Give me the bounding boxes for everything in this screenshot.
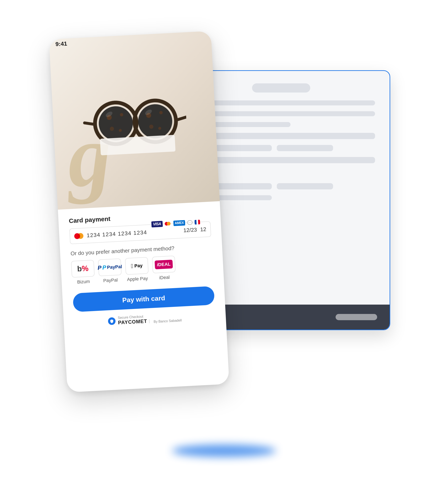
card-cvv-input[interactable]: 12 [200, 226, 206, 233]
paypal-logo: P P PayPal [97, 263, 122, 271]
paycomet-branding: Secure Checkout PAYCOMET | By Banco Saba… [118, 313, 182, 326]
apple-pay-text: Pay [134, 263, 143, 269]
paypal-icon-box: P P PayPal [98, 259, 121, 276]
ideal-icon: iDEAL [155, 260, 173, 270]
mastercard-logo [165, 221, 171, 226]
card-number-input[interactable]: 1234 1234 1234 1234 [86, 227, 180, 239]
skeleton-quarter-2 [277, 183, 333, 189]
amex-logo: AMEX [173, 220, 185, 226]
skeleton-line-2 [187, 111, 375, 116]
applepay-label: Apple Pay [127, 276, 148, 282]
status-bar: 9:41 [49, 31, 212, 50]
card-brand-icon [74, 233, 84, 239]
svg-line-5 [176, 116, 188, 120]
card-payment-header: Card payment VISA AMEX [69, 210, 210, 224]
shield-icon [108, 317, 116, 325]
visa-logo: VISA [151, 221, 163, 227]
ideal-icon-box: iDEAL [152, 256, 176, 273]
secure-checkout: Secure Checkout PAYCOMET | By Banco Saba… [74, 311, 216, 328]
mobile-phone: g [49, 31, 230, 392]
bizum-icon: b% [77, 264, 88, 273]
skeleton-header-bar [252, 83, 310, 93]
svg-point-1 [98, 105, 133, 141]
banco-label: By Banco Sabadell [154, 319, 182, 324]
paypal-p-icon: P [97, 264, 102, 271]
home-indicator [336, 314, 377, 320]
jcb-logo [194, 220, 200, 224]
applepay-icon-box:  Pay [125, 257, 149, 275]
blue-shadow-ellipse [172, 445, 276, 457]
paypal-label: PayPal [103, 277, 118, 284]
diners-logo [187, 220, 193, 225]
ideal-label: iDeal [159, 275, 170, 281]
skeleton-line-1 [187, 100, 375, 105]
payment-section: Card payment VISA AMEX 123 [58, 201, 227, 337]
paypal-name-text: PayPal [107, 264, 122, 270]
scene: g [58, 29, 390, 465]
svg-point-3 [137, 103, 173, 139]
apple-pay-logo:  Pay [131, 262, 143, 270]
bizum-button[interactable]: b% Bizum [71, 260, 95, 285]
applepay-button[interactable]:  Pay Apple Pay [125, 257, 149, 282]
pay-with-card-button[interactable]: Pay with card [73, 286, 215, 312]
card-expiry-input[interactable]: 12/23 [183, 227, 197, 234]
svg-line-4 [85, 123, 95, 125]
skeleton-quarter-1 [277, 145, 333, 151]
apple-icon:  [131, 263, 133, 270]
product-image: g [49, 31, 220, 210]
pay-button-label: Pay with card [122, 294, 165, 304]
payment-methods-row: b% Bizum P P PayPal PayPal [71, 254, 213, 285]
ideal-button[interactable]: iDEAL iDeal [152, 256, 176, 281]
paypal-button[interactable]: P P PayPal PayPal [98, 259, 122, 284]
status-time: 9:41 [55, 40, 67, 48]
bizum-label: Bizum [77, 279, 90, 285]
bizum-icon-box: b% [71, 260, 95, 278]
brand-separator: | [149, 319, 150, 323]
paycomet-brand: PAYCOMET [118, 318, 147, 326]
sunglasses-image [79, 49, 189, 179]
paypal-p2-icon: P [102, 264, 106, 271]
